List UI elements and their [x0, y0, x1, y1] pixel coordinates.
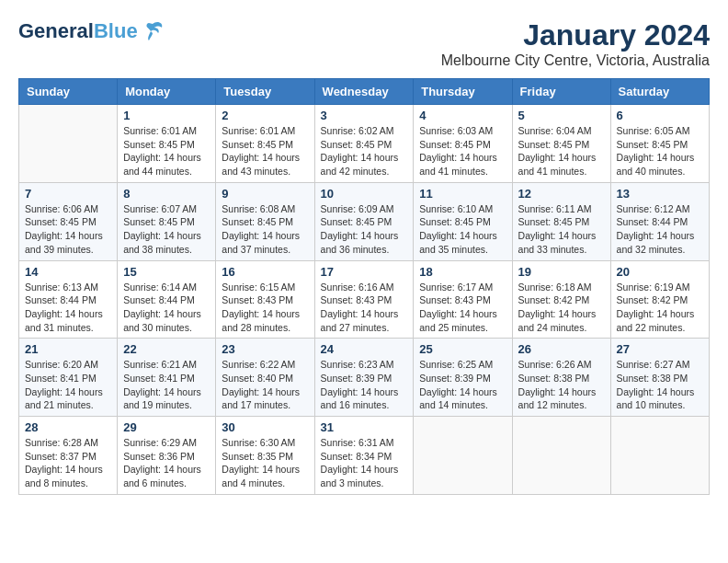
day-info: Sunrise: 6:26 AMSunset: 8:38 PMDaylight:…	[518, 358, 605, 412]
day-number: 6	[617, 109, 703, 122]
day-number: 4	[419, 109, 506, 122]
day-number: 23	[222, 342, 308, 356]
calendar-cell: 10Sunrise: 6:09 AMSunset: 8:45 PMDayligh…	[314, 182, 414, 260]
day-info: Sunrise: 6:10 AMSunset: 8:45 PMDaylight:…	[419, 202, 506, 257]
day-number: 12	[518, 187, 605, 201]
calendar-cell: 7Sunrise: 6:06 AMSunset: 8:45 PMDaylight…	[19, 182, 118, 260]
day-number: 15	[123, 265, 210, 279]
calendar-cell: 26Sunrise: 6:26 AMSunset: 8:38 PMDayligh…	[512, 339, 610, 417]
day-info: Sunrise: 6:30 AMSunset: 8:35 PMDaylight:…	[222, 436, 308, 490]
calendar-table: SundayMondayTuesdayWednesdayThursdayFrid…	[18, 78, 710, 495]
calendar-week-5: 28Sunrise: 6:28 AMSunset: 8:37 PMDayligh…	[19, 417, 710, 495]
day-number: 25	[419, 342, 506, 356]
calendar-cell	[19, 105, 118, 183]
calendar-header-wednesday: Wednesday	[314, 79, 414, 105]
day-info: Sunrise: 6:20 AMSunset: 8:41 PMDaylight:…	[25, 358, 111, 412]
page-header: GeneralBlue January 2024 Melbourne City …	[18, 18, 710, 69]
day-info: Sunrise: 6:11 AMSunset: 8:45 PMDaylight:…	[518, 202, 605, 257]
day-info: Sunrise: 6:04 AMSunset: 8:45 PMDaylight:…	[518, 124, 605, 178]
day-info: Sunrise: 6:29 AMSunset: 8:36 PMDaylight:…	[123, 436, 210, 490]
day-info: Sunrise: 6:27 AMSunset: 8:38 PMDaylight:…	[617, 358, 703, 412]
day-info: Sunrise: 6:01 AMSunset: 8:45 PMDaylight:…	[222, 124, 308, 178]
calendar-header-monday: Monday	[118, 79, 216, 105]
day-info: Sunrise: 6:28 AMSunset: 8:37 PMDaylight:…	[25, 436, 111, 490]
calendar-cell: 9Sunrise: 6:08 AMSunset: 8:45 PMDaylight…	[216, 182, 314, 260]
day-info: Sunrise: 6:07 AMSunset: 8:45 PMDaylight:…	[123, 202, 210, 257]
day-info: Sunrise: 6:25 AMSunset: 8:39 PMDaylight:…	[419, 358, 506, 412]
calendar-cell: 12Sunrise: 6:11 AMSunset: 8:45 PMDayligh…	[512, 182, 610, 260]
calendar-cell: 23Sunrise: 6:22 AMSunset: 8:40 PMDayligh…	[216, 339, 314, 417]
day-number: 16	[222, 265, 308, 279]
day-info: Sunrise: 6:08 AMSunset: 8:45 PMDaylight:…	[222, 202, 308, 257]
title-block: January 2024 Melbourne City Centre, Vict…	[441, 18, 710, 69]
calendar-header-thursday: Thursday	[414, 79, 512, 105]
calendar-header-tuesday: Tuesday	[216, 79, 314, 105]
day-number: 27	[617, 342, 703, 356]
day-info: Sunrise: 6:03 AMSunset: 8:45 PMDaylight:…	[419, 124, 506, 178]
day-number: 11	[419, 187, 506, 201]
day-number: 22	[123, 342, 210, 356]
day-info: Sunrise: 6:06 AMSunset: 8:45 PMDaylight:…	[25, 202, 111, 257]
day-info: Sunrise: 6:02 AMSunset: 8:45 PMDaylight:…	[321, 124, 408, 178]
day-info: Sunrise: 6:15 AMSunset: 8:43 PMDaylight:…	[222, 281, 308, 335]
day-info: Sunrise: 6:09 AMSunset: 8:45 PMDaylight:…	[321, 202, 408, 257]
calendar-week-2: 7Sunrise: 6:06 AMSunset: 8:45 PMDaylight…	[19, 182, 710, 260]
day-number: 5	[518, 109, 605, 122]
calendar-cell: 14Sunrise: 6:13 AMSunset: 8:44 PMDayligh…	[19, 260, 118, 339]
day-number: 29	[123, 420, 210, 434]
calendar-cell: 13Sunrise: 6:12 AMSunset: 8:44 PMDayligh…	[610, 182, 709, 260]
calendar-cell: 3Sunrise: 6:02 AMSunset: 8:45 PMDaylight…	[314, 105, 414, 183]
calendar-cell: 30Sunrise: 6:30 AMSunset: 8:35 PMDayligh…	[216, 417, 314, 495]
day-number: 18	[419, 265, 506, 279]
day-info: Sunrise: 6:17 AMSunset: 8:43 PMDaylight:…	[419, 281, 506, 335]
day-number: 30	[222, 420, 308, 434]
calendar-header-friday: Friday	[512, 79, 610, 105]
day-info: Sunrise: 6:14 AMSunset: 8:44 PMDaylight:…	[123, 281, 210, 335]
day-number: 1	[123, 109, 210, 122]
calendar-week-1: 1Sunrise: 6:01 AMSunset: 8:45 PMDaylight…	[19, 105, 710, 183]
calendar-cell: 2Sunrise: 6:01 AMSunset: 8:45 PMDaylight…	[216, 105, 314, 183]
subtitle: Melbourne City Centre, Victoria, Austral…	[441, 52, 710, 69]
calendar-week-3: 14Sunrise: 6:13 AMSunset: 8:44 PMDayligh…	[19, 260, 710, 339]
calendar-cell: 20Sunrise: 6:19 AMSunset: 8:42 PMDayligh…	[610, 260, 709, 339]
calendar-cell: 17Sunrise: 6:16 AMSunset: 8:43 PMDayligh…	[314, 260, 414, 339]
day-number: 13	[617, 187, 703, 201]
day-info: Sunrise: 6:18 AMSunset: 8:42 PMDaylight:…	[518, 281, 605, 335]
day-number: 17	[321, 265, 408, 279]
calendar-cell: 8Sunrise: 6:07 AMSunset: 8:45 PMDaylight…	[118, 182, 216, 260]
calendar-cell: 16Sunrise: 6:15 AMSunset: 8:43 PMDayligh…	[216, 260, 314, 339]
calendar-header-saturday: Saturday	[610, 79, 709, 105]
calendar-cell: 31Sunrise: 6:31 AMSunset: 8:34 PMDayligh…	[314, 417, 414, 495]
calendar-cell: 22Sunrise: 6:21 AMSunset: 8:41 PMDayligh…	[118, 339, 216, 417]
calendar-header-row: SundayMondayTuesdayWednesdayThursdayFrid…	[19, 79, 710, 105]
calendar-cell: 19Sunrise: 6:18 AMSunset: 8:42 PMDayligh…	[512, 260, 610, 339]
calendar-header-sunday: Sunday	[19, 79, 118, 105]
day-number: 3	[321, 109, 408, 122]
day-info: Sunrise: 6:21 AMSunset: 8:41 PMDaylight:…	[123, 358, 210, 412]
day-info: Sunrise: 6:01 AMSunset: 8:45 PMDaylight:…	[123, 124, 210, 178]
day-number: 28	[25, 420, 111, 434]
calendar-cell	[610, 417, 709, 495]
day-number: 9	[222, 187, 308, 201]
main-title: January 2024	[441, 18, 710, 52]
calendar-cell: 18Sunrise: 6:17 AMSunset: 8:43 PMDayligh…	[414, 260, 512, 339]
logo-general: General	[18, 19, 94, 42]
day-info: Sunrise: 6:23 AMSunset: 8:39 PMDaylight:…	[321, 358, 408, 412]
day-number: 14	[25, 265, 111, 279]
day-info: Sunrise: 6:31 AMSunset: 8:34 PMDaylight:…	[321, 436, 408, 490]
day-info: Sunrise: 6:16 AMSunset: 8:43 PMDaylight:…	[321, 281, 408, 335]
day-number: 10	[321, 187, 408, 201]
day-info: Sunrise: 6:19 AMSunset: 8:42 PMDaylight:…	[617, 281, 703, 335]
day-number: 19	[518, 265, 605, 279]
calendar-cell: 15Sunrise: 6:14 AMSunset: 8:44 PMDayligh…	[118, 260, 216, 339]
day-info: Sunrise: 6:13 AMSunset: 8:44 PMDaylight:…	[25, 281, 111, 335]
calendar-cell: 27Sunrise: 6:27 AMSunset: 8:38 PMDayligh…	[610, 339, 709, 417]
calendar-week-4: 21Sunrise: 6:20 AMSunset: 8:41 PMDayligh…	[19, 339, 710, 417]
logo: GeneralBlue	[18, 18, 165, 44]
logo-bird-icon	[140, 18, 165, 44]
calendar-cell: 25Sunrise: 6:25 AMSunset: 8:39 PMDayligh…	[414, 339, 512, 417]
calendar-cell: 5Sunrise: 6:04 AMSunset: 8:45 PMDaylight…	[512, 105, 610, 183]
day-info: Sunrise: 6:05 AMSunset: 8:45 PMDaylight:…	[617, 124, 703, 178]
day-number: 2	[222, 109, 308, 122]
calendar-cell: 29Sunrise: 6:29 AMSunset: 8:36 PMDayligh…	[118, 417, 216, 495]
